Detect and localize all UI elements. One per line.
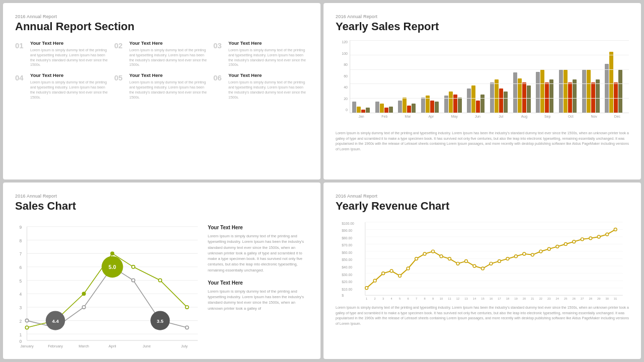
bar [545, 82, 549, 113]
panel-title-2: Yearly Sales Report [336, 20, 629, 33]
svg-text:15: 15 [481, 297, 484, 300]
bar [527, 85, 531, 113]
svg-text:$: $ [342, 294, 344, 297]
svg-text:30: 30 [606, 297, 609, 300]
revenue-chart-svg: $100.00 $90.00 $80.00 $70.00 $60.00 $50.… [336, 220, 629, 300]
item-content: Your Text Here Lorem Ipsum is simply dum… [228, 40, 308, 67]
bar-group [490, 79, 512, 113]
bar [609, 52, 613, 113]
svg-text:19: 19 [514, 297, 517, 300]
svg-text:27: 27 [581, 297, 584, 300]
item-content: Your Text Here Lorem Ipsum is simply dum… [30, 72, 110, 100]
x-label: Oct [559, 115, 582, 118]
revenue-chart-area: $100.00 $90.00 $80.00 $70.00 $60.00 $50.… [336, 220, 629, 300]
bar [357, 107, 361, 113]
item-desc: Lorem Ipsum is simply dummy text of the … [30, 80, 110, 100]
bar [591, 82, 595, 113]
bar [398, 101, 402, 113]
bar [361, 110, 365, 113]
svg-text:20: 20 [523, 297, 526, 300]
item-number: 03 [213, 41, 224, 50]
bar [618, 70, 622, 113]
svg-text:2: 2 [374, 297, 376, 300]
svg-text:$20.00: $20.00 [342, 280, 352, 284]
bar [471, 85, 475, 113]
bar [458, 98, 462, 113]
svg-text:$60.00: $60.00 [342, 251, 352, 254]
report-label-3: 2016 Annual Report [15, 194, 308, 199]
svg-point-31 [111, 252, 114, 255]
item-number: 04 [15, 73, 26, 82]
line-chart-svg: 9 8 7 6 5 4 3 2 1 0 [15, 220, 198, 348]
svg-point-76 [415, 257, 418, 260]
bar [490, 82, 494, 113]
bar [375, 102, 379, 113]
bar [407, 106, 411, 113]
svg-point-92 [547, 247, 550, 250]
svg-text:8: 8 [20, 238, 22, 243]
svg-point-81 [456, 262, 459, 265]
svg-point-84 [481, 267, 485, 270]
x-label: Apr [420, 115, 443, 118]
item-card: 06 Your Text Here Lorem Ipsum is simply … [213, 72, 308, 100]
svg-point-21 [25, 319, 28, 322]
panel-sales-chart: 2016 Annual Report Sales Chart 9 8 7 6 5… [3, 183, 320, 359]
bar [559, 70, 563, 113]
svg-text:$70.00: $70.00 [342, 243, 352, 247]
svg-text:1: 1 [20, 332, 22, 337]
bar [430, 101, 434, 113]
svg-text:11: 11 [448, 297, 451, 300]
svg-point-77 [423, 252, 426, 255]
svg-text:4: 4 [20, 292, 22, 297]
svg-point-87 [506, 257, 509, 260]
svg-text:6: 6 [407, 297, 409, 300]
svg-text:17: 17 [498, 297, 501, 300]
svg-text:1: 1 [366, 297, 367, 300]
svg-text:March: March [78, 344, 89, 348]
svg-point-32 [132, 265, 135, 268]
svg-point-79 [440, 255, 443, 258]
svg-text:$100.00: $100.00 [342, 222, 354, 225]
svg-text:22: 22 [539, 297, 542, 300]
bar [426, 96, 430, 113]
bar [444, 96, 448, 113]
svg-text:7: 7 [416, 297, 417, 300]
chart-desc-2: Lorem Ipsum is simply dummy text of the … [336, 131, 629, 152]
x-label: May [443, 115, 466, 118]
x-label: Sep [536, 115, 559, 118]
svg-text:$50.00: $50.00 [342, 258, 352, 261]
bar-group [536, 70, 558, 113]
item-card: 04 Your Text Here Lorem Ipsum is simply … [15, 72, 110, 100]
item-desc: Lorem Ipsum is simply dummy text of the … [228, 48, 308, 67]
svg-text:2: 2 [20, 319, 22, 324]
item-desc: Lorem Ipsum is simply dummy text of the … [30, 48, 110, 67]
item-title: Your Text Here [129, 72, 209, 78]
svg-point-33 [158, 279, 162, 282]
item-card: 05 Your Text Here Lorem Ipsum is simply … [114, 72, 209, 100]
svg-text:February: February [48, 344, 63, 348]
item-card: 01 Your Text Here Lorem Ipsum is simply … [15, 40, 110, 67]
svg-text:$10.00: $10.00 [342, 288, 352, 291]
svg-text:14: 14 [473, 297, 476, 300]
svg-text:10: 10 [440, 297, 443, 300]
svg-point-74 [398, 275, 401, 278]
svg-point-97 [589, 237, 592, 240]
report-label-4: 2016 Annual Report [336, 194, 629, 199]
bar [435, 102, 439, 113]
bar [596, 79, 600, 113]
item-title: Your Text Here [30, 72, 110, 78]
report-label-1: 2016 Annual Report [15, 14, 308, 19]
svg-text:3.5: 3.5 [157, 318, 164, 324]
svg-text:5.0: 5.0 [109, 264, 116, 270]
bar [380, 104, 384, 113]
svg-point-70 [365, 287, 368, 290]
bar [366, 108, 370, 113]
bar [582, 70, 586, 113]
bar [384, 108, 388, 113]
item-title: Your Text Here [129, 40, 209, 46]
svg-point-96 [581, 238, 584, 241]
svg-text:June: June [142, 344, 150, 348]
item-desc: Lorem Ipsum is simply dummy text of the … [129, 80, 209, 100]
svg-point-86 [498, 260, 501, 263]
item-number: 02 [114, 41, 125, 50]
